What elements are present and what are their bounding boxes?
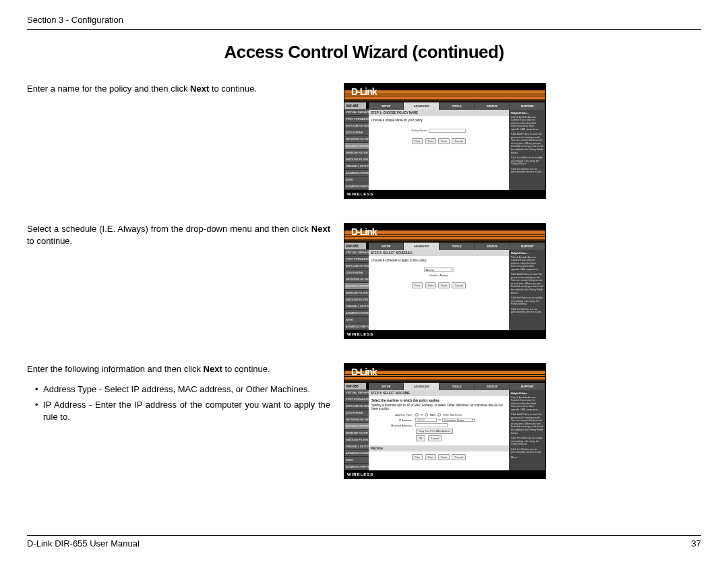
cancel-button[interactable]: Cancel — [452, 138, 465, 144]
next-button[interactable]: Next — [425, 282, 436, 288]
ip-address-label: IP Address : — [378, 418, 415, 422]
sidebar-item[interactable]: WEBSITE FILTER — [344, 290, 369, 296]
sidebar-item[interactable]: INBOUND FILTER — [344, 437, 369, 443]
sidebar-item[interactable]: APPLICATION RULES — [344, 123, 369, 129]
sidebar-item[interactable]: NETWORK FILTER — [344, 136, 369, 143]
details-value: Always — [439, 274, 448, 277]
tab-setup[interactable]: SETUP — [369, 102, 404, 110]
tab-support[interactable]: SUPPORT — [510, 243, 545, 250]
address-type-label: Address Type : — [378, 413, 415, 416]
left-sidebar: DIR-655 VIRTUAL SERVER PORT FORWARDING A… — [344, 383, 369, 470]
sidebar-item[interactable]: APPLICATION RULES — [344, 403, 369, 410]
tab-tools[interactable]: TOOLS — [439, 383, 475, 390]
sidebar-item[interactable]: ADVANCED NETWORK — [344, 323, 369, 330]
sidebar-item[interactable]: ADVANCED NETWORK — [344, 464, 369, 470]
sidebar-item[interactable]: FIREWALL SETTINGS — [344, 303, 369, 310]
hints-panel: Helpful Hints... Check Enable Access Con… — [509, 250, 545, 330]
computer-select[interactable]: Computer Name — [442, 418, 475, 422]
tab-support[interactable]: SUPPORT — [510, 383, 545, 390]
sidebar-item[interactable]: ADVANCED WIRELESS — [344, 310, 369, 317]
page-title: Access Control Wizard (continued) — [27, 42, 701, 63]
copy-mac-button[interactable]: Copy Your PC's MAC Address — [416, 429, 453, 434]
dlink-banner: D-Link — [344, 84, 545, 102]
schedule-select[interactable]: Always — [424, 268, 454, 272]
tab-tools[interactable]: TOOLS — [439, 243, 475, 250]
sidebar-item-access-control[interactable]: ACCESS CONTROL — [344, 143, 369, 150]
sidebar-item[interactable]: NETWORK FILTER — [344, 416, 369, 423]
radio-ip[interactable] — [415, 413, 419, 416]
sidebar-item[interactable]: APPLICATION RULES — [344, 263, 369, 270]
tab-tools[interactable]: TOOLS — [439, 102, 475, 110]
wizard-buttons: Prev Next Save Cancel — [371, 138, 506, 144]
next-button[interactable]: Next — [425, 138, 436, 144]
save-button[interactable]: Save — [438, 454, 450, 460]
sidebar-item[interactable]: VIRTUAL SERVER — [344, 389, 369, 396]
sidebar-item[interactable]: FIREWALL SETTINGS — [344, 163, 369, 170]
sidebar-item[interactable]: INBOUND FILTER — [344, 156, 369, 163]
hints-title: Helpful Hints... — [511, 112, 543, 115]
step3-description: Enter the following information and then… — [27, 363, 330, 427]
sidebar-item[interactable]: QOS ENGINE — [344, 129, 369, 136]
step3-panel: STEP 3: SELECT MACHINE Select the machin… — [369, 390, 509, 470]
machine-address-label: Machine Address : — [378, 424, 415, 427]
cancel-button[interactable]: Cancel — [428, 435, 442, 441]
sidebar-item[interactable]: WISH — [344, 457, 369, 464]
tab-setup[interactable]: SETUP — [369, 243, 404, 250]
tab-status[interactable]: STATUS — [475, 383, 510, 390]
sidebar-item[interactable]: WEBSITE FILTER — [344, 430, 369, 437]
ok-button[interactable]: OK — [416, 435, 425, 441]
cancel-button[interactable]: Cancel — [452, 454, 465, 460]
cancel-button[interactable]: Cancel — [452, 282, 465, 288]
save-button[interactable]: Save — [438, 282, 450, 288]
sidebar-item[interactable]: ADVANCED WIRELESS — [344, 450, 369, 457]
hint-text: Check Enable Access Control if you want … — [511, 116, 543, 131]
sidebar-item[interactable]: ADVANCED WIRELESS — [344, 170, 369, 177]
sidebar-item[interactable]: PORT FORWARDING — [344, 396, 369, 403]
sidebar-item[interactable]: WISH — [344, 177, 369, 183]
step2-desc-pre: Select a schedule (I.E. Always) from the… — [27, 224, 311, 234]
radio-other[interactable] — [437, 413, 441, 416]
prev-button[interactable]: Prev — [412, 282, 423, 288]
tab-status[interactable]: STATUS — [475, 243, 510, 250]
tab-advanced[interactable]: ADVANCED — [404, 243, 439, 250]
prev-button[interactable]: Prev — [412, 454, 423, 460]
machine-address-input[interactable] — [415, 423, 448, 427]
sidebar-item[interactable]: VIRTUAL SERVER — [344, 249, 369, 256]
wizard-buttons: Prev Next Save Cancel — [371, 282, 506, 288]
sidebar-item[interactable]: ADVANCED NETWORK — [344, 183, 369, 190]
tab-setup[interactable]: SETUP — [369, 383, 404, 390]
sidebar-item[interactable]: PORT FORWARDING — [344, 116, 369, 123]
policy-name-input[interactable] — [429, 129, 466, 133]
next-button[interactable]: Next — [425, 454, 436, 460]
step3-desc-post: to continue. — [222, 364, 270, 374]
hint-text: Click the Edit icon to modify an existin… — [511, 437, 543, 446]
model-label: DIR-655 — [344, 383, 369, 389]
sidebar-item-access-control[interactable]: ACCESS CONTROL — [344, 283, 369, 290]
sidebar-item[interactable]: FIREWALL SETTINGS — [344, 443, 369, 450]
sidebar-item-access-control[interactable]: ACCESS CONTROL — [344, 423, 369, 430]
sidebar-item[interactable]: QOS ENGINE — [344, 410, 369, 416]
lt-separator: << — [438, 418, 441, 421]
section-header: Section 3 - Configuration — [27, 15, 701, 25]
hints-panel: Helpful Hints... Check Enable Access Con… — [509, 110, 545, 190]
sidebar-item[interactable]: VIRTUAL SERVER — [344, 109, 369, 116]
ip-input[interactable]: 0.0.0.0 — [415, 418, 437, 422]
radio-mac[interactable] — [425, 413, 428, 416]
hint-more[interactable]: More... — [511, 456, 543, 460]
row-step1: Enter a name for the policy and then cli… — [27, 83, 701, 199]
radio-ip-label: IP — [421, 413, 423, 416]
hints-title: Helpful Hints... — [511, 392, 543, 396]
sidebar-item[interactable]: QOS ENGINE — [344, 270, 369, 276]
sidebar-item[interactable]: WEBSITE FILTER — [344, 150, 369, 156]
sidebar-item[interactable]: PORT FORWARDING — [344, 256, 369, 263]
save-button[interactable]: Save — [438, 138, 450, 144]
prev-button[interactable]: Prev — [412, 138, 423, 144]
sidebar-item[interactable]: WISH — [344, 317, 369, 323]
tab-support[interactable]: SUPPORT — [510, 102, 545, 110]
footer-left: D-Link DIR-655 User Manual — [27, 538, 140, 549]
sidebar-item[interactable]: INBOUND FILTER — [344, 296, 369, 303]
sidebar-item[interactable]: NETWORK FILTER — [344, 276, 369, 283]
tab-advanced[interactable]: ADVANCED — [404, 102, 439, 110]
tab-advanced[interactable]: ADVANCED — [404, 383, 439, 390]
tab-status[interactable]: STATUS — [475, 102, 510, 110]
